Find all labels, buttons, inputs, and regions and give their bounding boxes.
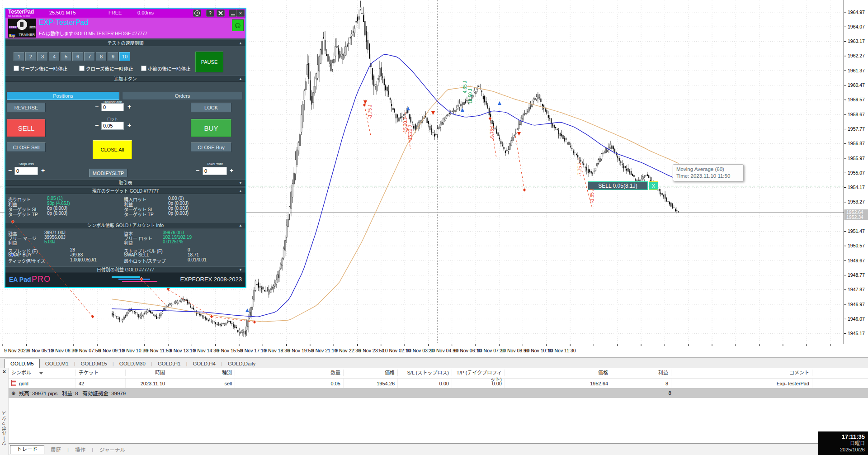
table-cell[interactable]: gold (9, 379, 76, 389)
close-sell-button[interactable]: CLOSE Sell (7, 142, 46, 152)
trailing-plus-button[interactable]: + (126, 103, 132, 110)
lot-minus-button[interactable]: − (94, 122, 100, 129)
speed-button-2[interactable]: 2 (25, 52, 36, 61)
sl-minus-button[interactable]: − (7, 167, 13, 174)
column-header[interactable]: 時間 (126, 370, 168, 376)
lot-plus-button[interactable]: + (126, 122, 132, 129)
column-header[interactable]: シンボル (9, 370, 76, 376)
chart-tab-gold-m5[interactable]: GOLD,M5 (5, 359, 40, 368)
lot-input[interactable] (101, 122, 124, 130)
tab-orders[interactable]: Orders (122, 92, 243, 100)
speed-button-9[interactable]: 9 (108, 52, 118, 61)
app-name: TesterPad for Strategy Tester (8, 9, 34, 17)
table-cell[interactable]: 2023.11.10 11:43:44 (126, 379, 168, 389)
takeprofit-input[interactable] (203, 167, 227, 175)
sell-position-label[interactable]: SELL 0.05(8.1J) (588, 181, 648, 190)
trailing-minus-button[interactable]: − (94, 103, 100, 110)
speed-button-3[interactable]: 3 (37, 52, 48, 61)
section-daily-header[interactable]: 日付別の利益 GOLD #77777▼ (5, 266, 245, 273)
svg-text:1959.57: 1959.57 (848, 97, 865, 102)
checkbox-icon[interactable] (141, 66, 146, 71)
table-cell[interactable]: 42 (76, 379, 126, 389)
chart-tab-gold-h1[interactable]: GOLD,H1 (152, 360, 186, 368)
column-header[interactable]: 利益 (611, 370, 671, 376)
panel-footer: EA Pad PRO EXPFOREX 2008-2023 (5, 273, 245, 287)
pause-button[interactable]: PAUSE (195, 52, 223, 72)
column-header[interactable]: 価格 (344, 370, 398, 376)
smiley-status-icon[interactable]: ☺ (232, 19, 244, 31)
info-row: スプレッド (F)28ストップレベル (F)0 (5, 247, 245, 252)
close-position-button[interactable]: X (649, 181, 658, 190)
chart-tab-gold-h4[interactable]: GOLD,H4 (187, 360, 221, 368)
toolbox-tab-0[interactable]: トレード (10, 445, 44, 454)
speed-button-10[interactable]: 10 (119, 52, 130, 61)
close-all-button[interactable]: CLOSE All (93, 140, 132, 159)
toolbox-tab-1[interactable]: 履歴 (44, 444, 67, 455)
sell-button[interactable]: SELL (7, 119, 46, 137)
help-icon[interactable]: ? (206, 9, 214, 17)
lock-button[interactable]: LOCK (191, 103, 231, 112)
table-cell[interactable]: 0.00 (398, 379, 452, 389)
section-extra-header[interactable]: 追加ボタン▲ (5, 76, 245, 82)
tp-plus-button[interactable]: + (228, 167, 235, 174)
chart-tab-gold-m1[interactable]: GOLD,M1 (40, 360, 74, 368)
close-icon[interactable]: × (236, 9, 245, 17)
table-cell[interactable]: sell (168, 379, 235, 389)
section-target-header[interactable]: 現在のターゲット GOLD #77777▲ (5, 188, 245, 194)
column-header[interactable]: チケット (76, 370, 126, 376)
svg-text:9 Nov 21:10: 9 Nov 21:10 (311, 348, 337, 353)
expand-icon[interactable]: ⊕ (11, 390, 16, 396)
table-cell[interactable]: 1952.64 (505, 379, 611, 389)
reverse-button[interactable]: REVERSE (7, 103, 46, 112)
stoploss-input[interactable] (14, 167, 38, 175)
section-speed-header[interactable]: テストの速度制御▲ (5, 40, 245, 46)
chart-tab-gold-m15[interactable]: GOLD,M15 (75, 360, 113, 368)
pause-checkbox-2[interactable]: 小節の後に一時停止 (141, 65, 191, 72)
table-cell[interactable]: Exp-TesterPad (671, 379, 812, 389)
speed-button-7[interactable]: 7 (84, 52, 95, 61)
tab-positions[interactable]: Positions (7, 92, 119, 100)
column-header[interactable]: 価格 (505, 370, 611, 376)
speed-button-4[interactable]: 4 (49, 52, 60, 61)
chart-tab-gold-m30[interactable]: GOLD,M30 (114, 360, 151, 368)
table-cell[interactable]: 0.00 (452, 379, 505, 389)
table-cell[interactable]: 8 (611, 379, 671, 389)
info-icon[interactable]: i (193, 9, 201, 17)
table-cell[interactable]: 0.05 (235, 379, 344, 389)
checkbox-icon[interactable] (14, 66, 19, 71)
svg-text:9 Nov 06:30: 9 Nov 06:30 (52, 348, 77, 353)
speed-button-5[interactable]: 5 (61, 52, 71, 61)
modify-sltp-button[interactable]: MODIFYSLTP (89, 169, 127, 177)
tp-minus-button[interactable]: − (194, 167, 201, 174)
buy-button[interactable]: BUY (191, 119, 231, 137)
panel-titlebar[interactable]: TesterPad for Strategy Tester 25.501 MT5… (5, 9, 245, 18)
chart-tab-gold-daily[interactable]: GOLD,Daily (222, 360, 261, 368)
close-buy-button[interactable]: CLOSE Buy (191, 142, 231, 152)
trailing-stop-input[interactable] (101, 103, 124, 111)
toolbox-close-icon[interactable]: × (1, 369, 7, 375)
speed-button-1[interactable]: 1 (14, 52, 24, 61)
column-header[interactable]: 種別 (168, 370, 235, 376)
table-row[interactable]: gold422023.11.10 11:43:44sell0.051954.26… (9, 379, 868, 389)
column-header[interactable]: S/L (ストップロス) (398, 370, 452, 376)
column-header[interactable]: T/P (テイクプロフィット) (452, 370, 505, 376)
minimize-icon[interactable] (229, 9, 237, 17)
indicator-tooltip: Moving Average (60) Time: 2023.11.10 11:… (673, 164, 744, 181)
section-trades-header[interactable]: 取引表▼ (5, 180, 245, 186)
clock-weekday: 日曜日 (821, 440, 865, 446)
table-cell[interactable]: 1954.26 (344, 379, 398, 389)
tools-icon[interactable] (217, 9, 225, 17)
section-symbol-header[interactable]: シンボル情報 GOLD / アカウント Info▲ (5, 222, 245, 228)
info-value: 0p (0.00J) (168, 201, 189, 206)
sl-plus-button[interactable]: + (40, 167, 46, 174)
speed-button-6[interactable]: 6 (72, 52, 83, 61)
speed-button-8[interactable]: 8 (96, 52, 107, 61)
info-value: 0p (0.00J) (47, 211, 67, 216)
checkbox-icon[interactable] (79, 66, 85, 71)
toolbox-tab-2[interactable]: 操作 (69, 444, 92, 455)
pause-checkbox-1[interactable]: クローズ後に一時停止 (79, 65, 133, 72)
column-header[interactable]: 数量 (235, 370, 344, 376)
column-header[interactable]: コメント (671, 370, 812, 376)
toolbox-tab-3[interactable]: ジャーナル (93, 444, 132, 455)
pause-checkbox-0[interactable]: オープン後に一時停止 (14, 65, 67, 72)
